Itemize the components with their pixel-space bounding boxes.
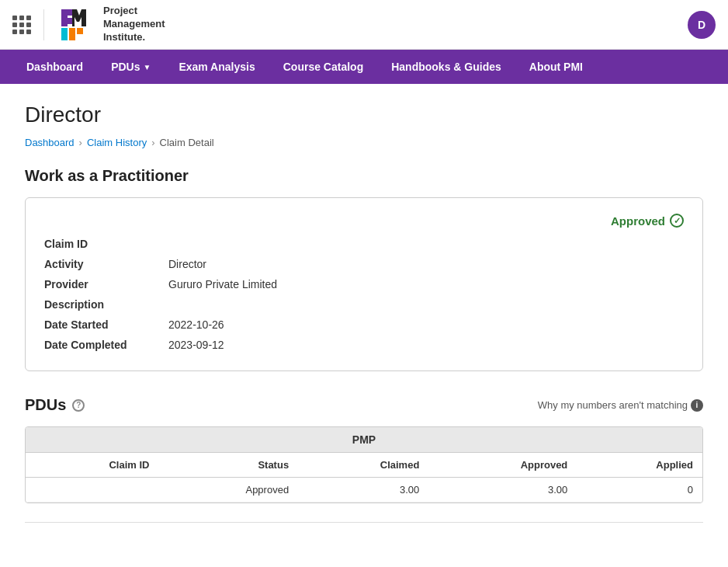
pdus-arrow-icon: ▼ xyxy=(143,63,151,71)
breadcrumb-sep-1: › xyxy=(79,137,82,148)
claim-row-provider: Provider Gururo Private Limited xyxy=(44,274,684,294)
claim-id-label: Claim ID xyxy=(44,238,168,250)
main-nav: Dashboard PDUs ▼ Exam Analysis Course Ca… xyxy=(0,50,728,84)
claim-row-description: Description xyxy=(44,294,684,315)
date-started-value: 2022-10-26 xyxy=(168,318,224,331)
date-started-label: Date Started xyxy=(44,318,168,331)
pdus-info-icon[interactable]: ? xyxy=(72,399,85,412)
claim-row-date-started: Date Started 2022-10-26 xyxy=(44,315,684,335)
avatar[interactable]: D xyxy=(688,11,716,39)
why-matching-link[interactable]: Why my numbers aren't matching i xyxy=(538,399,703,412)
why-matching-text: Why my numbers aren't matching xyxy=(538,399,688,411)
col-approved: Approved xyxy=(428,453,577,478)
claim-row-date-completed: Date Completed 2023-09-12 xyxy=(44,335,684,355)
activity-value: Director xyxy=(168,258,206,270)
svg-rect-7 xyxy=(77,28,83,34)
breadcrumb-current: Claim Detail xyxy=(160,137,214,148)
pdu-table-container: PMP Claim ID Status Claimed Approved App… xyxy=(25,426,703,503)
top-bar: Project Management Institute. D xyxy=(0,0,728,50)
svg-rect-6 xyxy=(69,28,75,40)
row-claim-id xyxy=(26,478,158,503)
status-label: Approved xyxy=(611,214,665,228)
col-claimed: Claimed xyxy=(298,453,428,478)
section-title: Work as a Practitioner xyxy=(25,167,703,185)
row-approved: 3.00 xyxy=(428,478,577,503)
status-row: Approved ✓ xyxy=(44,214,684,228)
activity-label: Activity xyxy=(44,258,168,270)
svg-rect-3 xyxy=(61,18,72,24)
page-title: Director xyxy=(25,103,703,127)
logo-text: Project Management Institute. xyxy=(103,5,165,44)
logo-divider xyxy=(43,9,44,40)
user-avatar-area[interactable]: D xyxy=(688,11,716,39)
date-completed-value: 2023-09-12 xyxy=(168,339,224,351)
description-label: Description xyxy=(44,298,168,311)
pdus-header: PDUs ? Why my numbers aren't matching i xyxy=(25,396,703,414)
col-status: Status xyxy=(158,453,298,478)
svg-rect-5 xyxy=(61,28,68,40)
pdus-title-area: PDUs ? xyxy=(25,396,85,414)
nav-dashboard[interactable]: Dashboard xyxy=(12,50,97,84)
col-claim-id: Claim ID xyxy=(26,453,158,478)
why-info-icon: i xyxy=(691,399,703,412)
logo: Project Management Institute. xyxy=(57,5,165,45)
svg-rect-2 xyxy=(61,9,72,16)
pdu-group-header-row: PMP xyxy=(26,427,702,453)
claim-row-claimid: Claim ID xyxy=(44,234,684,254)
breadcrumb-claim-history[interactable]: Claim History xyxy=(87,137,147,148)
breadcrumb: Dashboard › Claim History › Claim Detail xyxy=(25,137,703,148)
breadcrumb-dashboard[interactable]: Dashboard xyxy=(25,137,75,148)
row-applied: 0 xyxy=(577,478,702,503)
col-applied: Applied xyxy=(577,453,702,478)
nav-exam-analysis[interactable]: Exam Analysis xyxy=(165,50,269,84)
nav-pdus[interactable]: PDUs ▼ xyxy=(97,50,165,84)
breadcrumb-sep-2: › xyxy=(151,137,154,148)
pmi-logo-icon xyxy=(57,5,97,45)
status-approved: Approved ✓ xyxy=(611,214,684,228)
pdus-title-text: PDUs xyxy=(25,396,66,414)
approved-check-icon: ✓ xyxy=(670,214,684,228)
bottom-divider xyxy=(25,522,703,523)
nav-course-catalog[interactable]: Course Catalog xyxy=(269,50,377,84)
provider-label: Provider xyxy=(44,278,168,290)
pdu-col-header-row: Claim ID Status Claimed Approved Applied xyxy=(26,453,702,478)
row-status: Approved xyxy=(158,478,298,503)
pdu-group-header-pmp: PMP xyxy=(26,427,702,453)
nav-about-pmi[interactable]: About PMI xyxy=(515,50,597,84)
row-claimed: 3.00 xyxy=(298,478,428,503)
claim-card: Approved ✓ Claim ID Activity Director Pr… xyxy=(25,197,703,371)
main-content: Director Dashboard › Claim History › Cla… xyxy=(0,84,728,541)
nav-handbooks[interactable]: Handbooks & Guides xyxy=(377,50,515,84)
date-completed-label: Date Completed xyxy=(44,339,168,351)
pdu-table: PMP Claim ID Status Claimed Approved App… xyxy=(26,427,702,503)
provider-value: Gururo Private Limited xyxy=(168,278,277,290)
pdu-data-row: Approved 3.00 3.00 0 xyxy=(26,478,702,503)
grid-menu-icon[interactable] xyxy=(12,16,31,34)
claim-row-activity: Activity Director xyxy=(44,254,684,274)
